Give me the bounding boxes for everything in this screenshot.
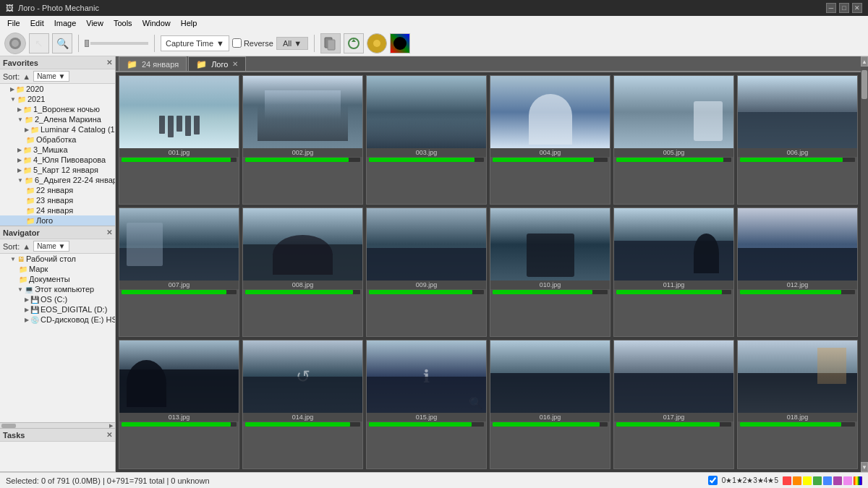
color-dot-purple[interactable] xyxy=(833,476,842,485)
gear-btn[interactable] xyxy=(367,33,387,53)
fav-item-obrab[interactable]: 📁 Обработка xyxy=(0,134,115,145)
tab-logo[interactable]: 📁 Лого ✕ xyxy=(188,56,246,71)
expand-icon: ▼ xyxy=(17,177,23,184)
menu-view[interactable]: View xyxy=(82,17,108,29)
menu-image[interactable]: Image xyxy=(50,17,81,29)
scroll-thumb[interactable] xyxy=(861,70,867,99)
fav-item-mishka[interactable]: ▶ 📁 3_Мишка xyxy=(0,145,115,155)
menu-window[interactable]: Window xyxy=(138,17,175,29)
nav-item-thispc[interactable]: ▼ 💻 Этот компьютер xyxy=(0,284,115,294)
tab-24-yanvarya[interactable]: 📁 24 января xyxy=(119,56,187,71)
fav-item-2021[interactable]: ▼ 📁 2021 xyxy=(0,94,115,104)
photo-cell-018[interactable]: 018.jpg xyxy=(737,340,858,469)
photo-cell-017[interactable]: 017.jpg xyxy=(613,340,734,469)
reverse-check-input[interactable] xyxy=(232,38,242,48)
photo-cell-002[interactable]: 002.jpg xyxy=(242,75,363,205)
fav-item-24jan[interactable]: 📁 24 января xyxy=(0,205,115,215)
color-dot-orange[interactable] xyxy=(793,476,801,485)
progress-bar-017 xyxy=(616,422,720,427)
navigator-sort-dropdown[interactable]: Name ▼ xyxy=(33,241,69,252)
nav-item-c[interactable]: ▶ 💾 OS (C:) xyxy=(0,294,115,304)
fav-item-23jan[interactable]: 📁 23 января xyxy=(0,195,115,205)
nav-scroll-right[interactable]: ▶ xyxy=(109,423,115,429)
photo-cell-003[interactable]: 003.jpg xyxy=(366,75,487,205)
fav-item-logo[interactable]: 📁 Лого xyxy=(0,215,115,226)
fav-item-alena[interactable]: ▼ 📁 2_Алена Маркина xyxy=(0,114,115,124)
photo-cell-014[interactable]: ↺ 014.jpg xyxy=(242,340,363,469)
nav-item-desktop[interactable]: ▼ 🖥 Рабочий стол xyxy=(0,254,115,264)
photo-cell-011[interactable]: 011.jpg xyxy=(613,207,734,337)
photo-cell-012[interactable]: 012.jpg xyxy=(737,207,858,337)
favorites-sort-dropdown[interactable]: Name ▼ xyxy=(33,71,69,82)
photo-cell-006[interactable]: 006.jpg xyxy=(737,75,858,205)
all-badge[interactable]: All ▼ xyxy=(276,37,308,50)
photo-progress-009 xyxy=(369,290,484,294)
computer-icon: 💻 xyxy=(25,286,33,294)
photo-cell-001[interactable]: 001.jpg xyxy=(119,75,239,205)
color-dot-green[interactable] xyxy=(813,476,822,485)
slider-handle[interactable] xyxy=(85,40,89,47)
photo-cell-004[interactable]: 004.jpg xyxy=(490,75,610,205)
toolbar-cursor-btn[interactable]: ↖ xyxy=(29,33,49,53)
nav-item-e[interactable]: ▶ 💿 CD-дисковод (E:) HS... xyxy=(0,314,115,325)
scroll-down-btn[interactable]: ▼ xyxy=(861,462,868,472)
refresh-btn[interactable] xyxy=(344,33,364,53)
color-dot-yellow[interactable] xyxy=(803,476,812,485)
menu-tools[interactable]: Tools xyxy=(109,17,137,29)
nav-item-d[interactable]: ▶ 💾 EOS_DIGITAL (D:) xyxy=(0,304,115,314)
reverse-checkbox[interactable]: Reverse xyxy=(232,38,273,48)
fav-item-kart[interactable]: ▶ 📁 5_Карт 12 января xyxy=(0,165,115,175)
color-btn[interactable] xyxy=(390,33,410,53)
menu-edit[interactable]: Edit xyxy=(26,17,48,29)
menu-help[interactable]: Help xyxy=(176,17,202,29)
tab-close-btn[interactable]: ✕ xyxy=(232,60,238,68)
photo-label-016: 016.jpg xyxy=(490,413,610,421)
fav-item-2020[interactable]: ▶ 📁 2020 xyxy=(0,84,115,94)
toolbar-sep-2 xyxy=(154,35,155,52)
menu-file[interactable]: File xyxy=(3,17,25,29)
copy-btn[interactable] xyxy=(320,33,341,53)
maximize-button[interactable]: □ xyxy=(839,3,849,13)
photo-cell-008[interactable]: 008.jpg xyxy=(242,207,363,337)
close-button[interactable]: ✕ xyxy=(852,3,862,13)
color-dot-pink[interactable] xyxy=(843,476,852,485)
sort-dropdown[interactable]: Capture Time ▼ xyxy=(161,35,229,51)
toolbar-search-btn[interactable]: 🔍 xyxy=(52,33,72,53)
favorites-close-btn[interactable]: ✕ xyxy=(106,59,112,67)
photo-cell-010[interactable]: 010.jpg xyxy=(490,207,610,337)
nav-item-docs[interactable]: 📁 Документы xyxy=(0,274,115,284)
expand-icon: ▼ xyxy=(10,256,16,262)
photo-cell-016[interactable]: 016.jpg xyxy=(490,340,610,469)
photo-cell-015[interactable]: ℹ 🔍 015.jpg xyxy=(366,340,487,469)
cdrom-icon: 💿 xyxy=(30,316,39,324)
fav-item-22jan[interactable]: 📁 22 января xyxy=(0,185,115,195)
status-checkbox[interactable] xyxy=(708,476,718,485)
toolbar-logo-btn[interactable] xyxy=(4,33,26,54)
minimize-button[interactable]: ─ xyxy=(826,3,836,13)
nav-scroll-thumb[interactable] xyxy=(1,424,16,428)
fav-item-luminar[interactable]: ▶ 📁 Luminar 4 Catalog (1) xyxy=(0,124,115,134)
tasks-close-btn[interactable]: ✕ xyxy=(106,431,112,439)
photo-cell-005[interactable]: 005.jpg xyxy=(613,75,734,205)
color-dot-red[interactable] xyxy=(783,476,791,485)
photo-label-004: 004.jpg xyxy=(490,148,610,157)
main-scrollbar-v[interactable]: ▲ ▼ xyxy=(861,56,868,472)
color-dot-blue[interactable] xyxy=(823,476,832,485)
navigator-close-btn[interactable]: ✕ xyxy=(106,228,112,236)
fav-item-voronezh[interactable]: ▶ 📁 1_Воронеж ночью xyxy=(0,104,115,114)
thumbnail-size-slider[interactable] xyxy=(90,42,148,45)
photo-cell-013[interactable]: 013.jpg xyxy=(119,340,239,469)
fav-item-adygeya[interactable]: ▼ 📁 6_Адыгея 22-24 января xyxy=(0,175,115,185)
favorites-sort-bar: Sort: ▲ Name ▼ xyxy=(0,69,115,84)
photo-cell-007[interactable]: 007.jpg xyxy=(119,207,239,337)
title-bar-left: 🖼 Лого - Photo Mechanic xyxy=(6,4,99,12)
photo-cell-009[interactable]: 009.jpg xyxy=(366,207,487,337)
nav-scrollbar-h[interactable]: ▶ xyxy=(0,422,115,428)
scroll-up-btn[interactable]: ▲ xyxy=(861,56,868,67)
color-dot-rainbow[interactable] xyxy=(854,476,862,485)
progress-bar-018 xyxy=(740,422,841,427)
photo-grid: 001.jpg 002.jpg 003.jpg xyxy=(116,72,861,472)
photo-label-011: 011.jpg xyxy=(614,281,733,289)
nav-item-mark[interactable]: 📁 Марк xyxy=(0,264,115,274)
fav-item-yulia[interactable]: ▶ 📁 4_Юля Пивоварова xyxy=(0,155,115,165)
